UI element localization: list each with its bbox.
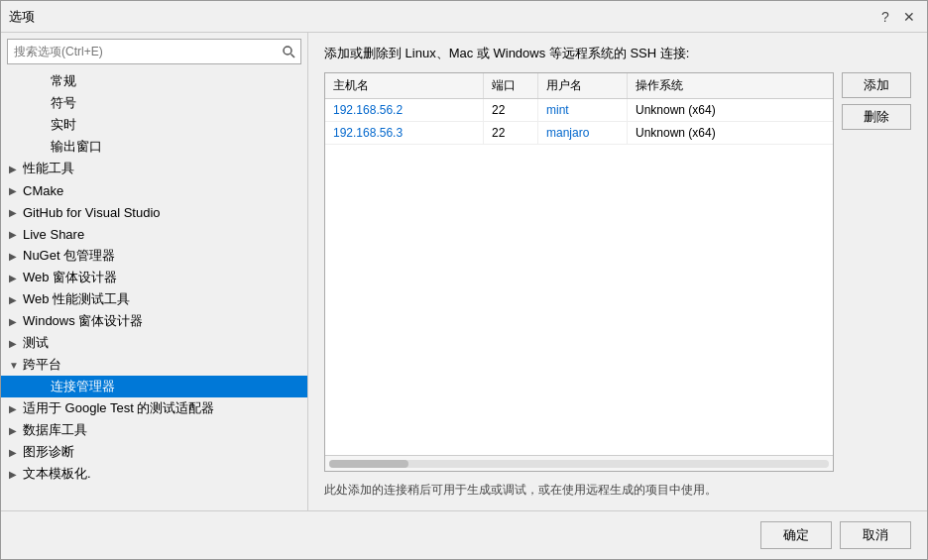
- tree-arrow-liveshare: ▶: [9, 229, 23, 240]
- cell-username-0: mint: [538, 99, 628, 121]
- tree-item-win-designer[interactable]: ▶Windows 窗体设计器: [1, 310, 307, 332]
- help-button[interactable]: ?: [875, 7, 895, 27]
- tree-item-general[interactable]: 常规: [1, 70, 307, 92]
- table-body: 192.168.56.222mintUnknown (x64)192.168.5…: [325, 99, 833, 455]
- col-header-os: 操作系统: [628, 73, 833, 98]
- tree-label-liveshare: Live Share: [23, 227, 303, 242]
- cell-os-1: Unknown (x64): [628, 122, 833, 144]
- tree-arrow-google-test: ▶: [9, 403, 23, 414]
- tree-item-crossplat[interactable]: ▼跨平台: [1, 354, 307, 376]
- table-row[interactable]: 192.168.56.222mintUnknown (x64): [325, 99, 833, 122]
- dialog-title: 选项: [9, 8, 875, 26]
- tree-arrow-text-template: ▶: [9, 469, 23, 480]
- cell-port-1: 22: [484, 122, 538, 144]
- title-bar: 选项 ? ✕: [1, 1, 927, 33]
- tree-arrow-database: ▶: [9, 425, 23, 436]
- tree-label-win-designer: Windows 窗体设计器: [23, 312, 303, 330]
- tree-label-cmake: CMake: [23, 183, 303, 198]
- tree-arrow-web-perf: ▶: [9, 294, 23, 305]
- tree-arrow-web-designer: ▶: [9, 273, 23, 283]
- left-panel: 常规符号实时输出窗口▶性能工具▶CMake▶GitHub for Visual …: [1, 33, 308, 510]
- tree-item-output[interactable]: 输出窗口: [1, 136, 307, 158]
- tree-arrow-cmake: ▶: [9, 185, 23, 196]
- action-buttons: 添加 删除: [842, 72, 911, 472]
- col-header-port: 端口: [484, 73, 538, 98]
- horizontal-scrollbar[interactable]: [329, 460, 829, 468]
- scroll-thumb: [329, 460, 408, 468]
- table-area: 主机名 端口 用户名 操作系统 192.168.56.222mintUnknow…: [324, 72, 911, 472]
- cell-port-0: 22: [484, 99, 538, 121]
- tree-arrow-graph-diag: ▶: [9, 447, 23, 458]
- tree-label-output: 输出窗口: [51, 138, 303, 156]
- tree-label-google-test: 适用于 Google Test 的测试适配器: [23, 399, 303, 417]
- tree-item-web-perf[interactable]: ▶Web 性能测试工具: [1, 288, 307, 310]
- tree-arrow-nuget: ▶: [9, 251, 23, 262]
- col-header-username: 用户名: [538, 73, 628, 98]
- cell-hostname-0: 192.168.56.2: [325, 99, 484, 121]
- add-button[interactable]: 添加: [842, 72, 911, 98]
- tree-item-connection-manager[interactable]: 连接管理器: [1, 376, 307, 397]
- title-bar-controls: ? ✕: [875, 7, 919, 27]
- tree-item-realtime[interactable]: 实时: [1, 114, 307, 136]
- tree-label-perf-tools: 性能工具: [23, 160, 303, 177]
- tree-arrow-github: ▶: [9, 207, 23, 218]
- tree-label-symbol: 符号: [51, 94, 303, 112]
- tree-label-web-perf: Web 性能测试工具: [23, 290, 303, 308]
- tree-arrow-crossplat: ▼: [9, 360, 23, 371]
- description-text: 此处添加的连接稍后可用于生成或调试，或在使用远程生成的项目中使用。: [324, 482, 911, 499]
- right-panel: 添加或删除到 Linux、Mac 或 Windows 等远程系统的 SSH 连接…: [308, 33, 927, 510]
- tree-item-github[interactable]: ▶GitHub for Visual Studio: [1, 201, 307, 223]
- horizontal-scrollbar-area: [325, 455, 833, 471]
- cell-os-0: Unknown (x64): [628, 99, 833, 121]
- tree-item-symbol[interactable]: 符号: [1, 92, 307, 114]
- tree-item-cmake[interactable]: ▶CMake: [1, 179, 307, 201]
- col-header-hostname: 主机名: [325, 73, 484, 98]
- tree-label-crossplat: 跨平台: [23, 356, 303, 374]
- search-box: [7, 39, 301, 64]
- tree-label-github: GitHub for Visual Studio: [23, 205, 303, 220]
- tree-label-connection-manager: 连接管理器: [51, 378, 303, 395]
- connection-table: 主机名 端口 用户名 操作系统 192.168.56.222mintUnknow…: [324, 72, 834, 472]
- tree-item-web-designer[interactable]: ▶Web 窗体设计器: [1, 267, 307, 288]
- tree-item-perf-tools[interactable]: ▶性能工具: [1, 158, 307, 179]
- table-header: 主机名 端口 用户名 操作系统: [325, 73, 833, 99]
- tree-label-web-designer: Web 窗体设计器: [23, 269, 303, 286]
- tree-item-google-test[interactable]: ▶适用于 Google Test 的测试适配器: [1, 397, 307, 419]
- cell-username-1: manjaro: [538, 122, 628, 144]
- search-icon-button[interactable]: [277, 40, 300, 63]
- tree-label-text-template: 文本模板化.: [23, 465, 303, 483]
- tree-label-database: 数据库工具: [23, 421, 303, 439]
- dialog-body: 常规符号实时输出窗口▶性能工具▶CMake▶GitHub for Visual …: [1, 33, 927, 510]
- tree-item-graph-diag[interactable]: ▶图形诊断: [1, 441, 307, 463]
- tree-label-test: 测试: [23, 334, 303, 352]
- table-row[interactable]: 192.168.56.322manjaroUnknown (x64): [325, 122, 833, 145]
- search-icon: [283, 46, 295, 58]
- tree-label-realtime: 实时: [51, 116, 303, 134]
- options-dialog: 选项 ? ✕ 常规符号实时输出窗口▶性能工具▶CMake▶GitHub for …: [0, 0, 928, 560]
- tree-arrow-perf-tools: ▶: [9, 164, 23, 174]
- section-title: 添加或删除到 Linux、Mac 或 Windows 等远程系统的 SSH 连接…: [324, 45, 911, 62]
- search-input[interactable]: [8, 43, 277, 60]
- tree-label-graph-diag: 图形诊断: [23, 443, 303, 461]
- tree-item-liveshare[interactable]: ▶Live Share: [1, 223, 307, 245]
- svg-point-0: [284, 47, 291, 55]
- tree-item-nuget[interactable]: ▶NuGet 包管理器: [1, 245, 307, 267]
- tree-label-nuget: NuGet 包管理器: [23, 247, 303, 265]
- tree-item-test[interactable]: ▶测试: [1, 332, 307, 354]
- tree-arrow-win-designer: ▶: [9, 316, 23, 327]
- svg-line-1: [290, 54, 294, 57]
- tree-label-general: 常规: [51, 72, 303, 90]
- cancel-button[interactable]: 取消: [840, 521, 911, 549]
- tree-arrow-test: ▶: [9, 338, 23, 349]
- dialog-footer: 确定 取消: [1, 510, 927, 559]
- ok-button[interactable]: 确定: [760, 521, 832, 549]
- delete-button[interactable]: 删除: [842, 104, 911, 130]
- tree: 常规符号实时输出窗口▶性能工具▶CMake▶GitHub for Visual …: [1, 70, 307, 510]
- cell-hostname-1: 192.168.56.3: [325, 122, 484, 144]
- tree-item-database[interactable]: ▶数据库工具: [1, 419, 307, 441]
- close-button[interactable]: ✕: [899, 7, 919, 27]
- tree-item-text-template[interactable]: ▶文本模板化.: [1, 463, 307, 485]
